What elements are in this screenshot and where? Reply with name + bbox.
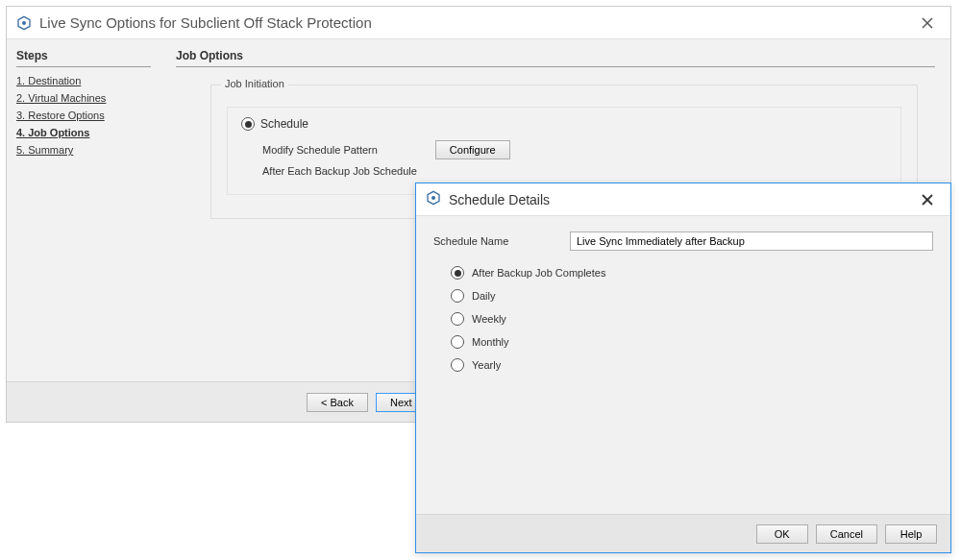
svg-point-1 — [22, 21, 26, 25]
schedule-details-dialog: Schedule Details Schedule Name After Bac… — [415, 183, 951, 553]
frequency-radio-group: After Backup Job Completes Daily Weekly … — [451, 266, 933, 372]
step-job-options[interactable]: 4. Job Options — [16, 127, 151, 138]
wizard-title: Live Sync Options for Subclient Off Stac… — [39, 14, 914, 31]
option-monthly[interactable]: Monthly — [451, 335, 933, 349]
modal-titlebar: Schedule Details — [416, 183, 950, 216]
option-yearly-label: Yearly — [472, 359, 501, 371]
radio-icon — [451, 266, 464, 280]
radio-icon — [451, 289, 464, 303]
ok-button[interactable]: OK — [756, 524, 808, 544]
app-logo-icon — [16, 15, 32, 31]
job-initiation-legend: Job Initiation — [221, 78, 288, 89]
radio-icon — [451, 335, 464, 349]
step-destination[interactable]: 1. Destination — [16, 75, 151, 86]
help-button[interactable]: Help — [885, 524, 937, 544]
svg-point-5 — [431, 196, 435, 200]
after-each-backup-label: After Each Backup Job Schedule — [262, 165, 887, 177]
schedule-radio-icon — [241, 117, 255, 131]
steps-panel: Steps 1. Destination 2. Virtual Machines… — [7, 39, 160, 381]
schedule-name-label: Schedule Name — [433, 235, 570, 247]
cancel-button[interactable]: Cancel — [816, 524, 877, 544]
option-monthly-label: Monthly — [472, 336, 509, 348]
steps-header: Steps — [16, 49, 151, 67]
modal-title: Schedule Details — [449, 192, 914, 207]
modal-body: Schedule Name After Backup Job Completes… — [416, 216, 950, 514]
option-after-backup-label: After Backup Job Completes — [472, 267, 605, 279]
radio-icon — [451, 358, 464, 372]
option-daily[interactable]: Daily — [451, 289, 933, 303]
step-summary[interactable]: 5. Summary — [16, 144, 151, 156]
configure-button[interactable]: Configure — [435, 140, 510, 159]
close-icon[interactable] — [914, 186, 941, 213]
schedule-radio-row[interactable]: Schedule — [241, 117, 887, 131]
schedule-radio-label: Schedule — [260, 117, 308, 131]
radio-icon — [451, 312, 464, 326]
modal-footer: OK Cancel Help — [416, 514, 950, 552]
option-weekly-label: Weekly — [472, 313, 506, 325]
step-restore-options[interactable]: 3. Restore Options — [16, 110, 151, 121]
app-logo-icon — [426, 190, 441, 208]
option-after-backup[interactable]: After Backup Job Completes — [451, 266, 933, 280]
option-daily-label: Daily — [472, 290, 495, 302]
wizard-titlebar: Live Sync Options for Subclient Off Stac… — [7, 7, 950, 39]
job-options-header: Job Options — [176, 49, 935, 67]
schedule-name-row: Schedule Name — [433, 231, 933, 251]
option-weekly[interactable]: Weekly — [451, 312, 933, 326]
step-virtual-machines[interactable]: 2. Virtual Machines — [16, 92, 151, 104]
schedule-name-input[interactable] — [570, 231, 933, 251]
modify-schedule-label: Modify Schedule Pattern — [262, 144, 378, 156]
back-button[interactable]: < Back — [307, 393, 368, 412]
close-icon[interactable] — [914, 10, 941, 37]
option-yearly[interactable]: Yearly — [451, 358, 933, 372]
modify-schedule-row: Modify Schedule Pattern Configure — [262, 140, 887, 159]
